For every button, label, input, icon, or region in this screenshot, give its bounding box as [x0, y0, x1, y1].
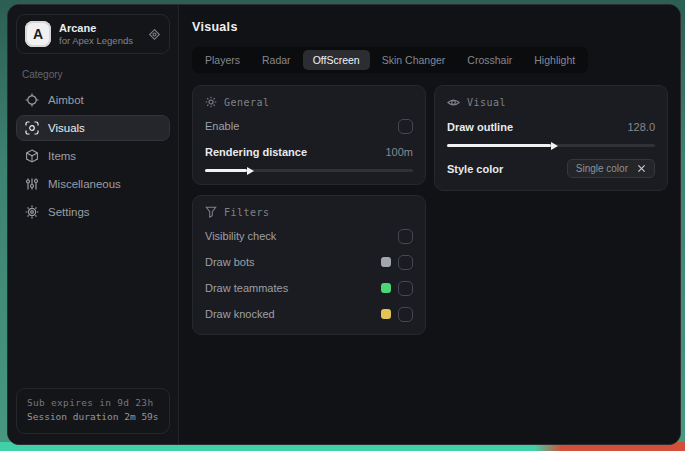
visual-card-title: Visual — [467, 97, 506, 108]
filters-card-title: Filters — [224, 207, 270, 218]
status-diamond-icon[interactable] — [148, 28, 161, 41]
visibility-check-checkbox[interactable] — [398, 229, 413, 244]
category-label: Category — [22, 69, 164, 80]
style-color-select[interactable]: Single color — [567, 159, 655, 178]
filters-card: Filters Visibility check Draw bots — [192, 195, 426, 335]
gear-icon — [25, 205, 39, 219]
draw-outline-value: 128.0 — [627, 121, 655, 133]
draw-bots-color-swatch[interactable] — [381, 257, 391, 267]
page-title: Visuals — [192, 20, 668, 34]
sidebar: A Arcane for Apex Legends Category Aimbo… — [8, 5, 179, 444]
crosshair-icon — [25, 93, 39, 107]
session-duration-text: Session duration 2m 59s — [27, 410, 159, 425]
draw-outline-label: Draw outline — [447, 121, 513, 133]
sidebar-item-miscellaneous[interactable]: Miscellaneous — [16, 171, 170, 197]
eye-icon — [447, 96, 460, 109]
draw-teammates-checkbox[interactable] — [398, 281, 413, 296]
app-name: Arcane — [59, 22, 140, 35]
cube-icon — [25, 149, 39, 163]
sidebar-item-label: Settings — [48, 206, 90, 218]
clear-style-color-icon[interactable] — [637, 164, 646, 173]
draw-outline-slider-fill[interactable] — [447, 144, 551, 147]
tab-players[interactable]: Players — [195, 50, 250, 70]
sub-expires-text: Sub expires in 9d 23h — [27, 396, 159, 411]
main-panel: Visuals Players Radar OffScreen Skin Cha… — [179, 5, 681, 444]
enable-checkbox[interactable] — [398, 119, 413, 134]
rendering-distance-value: 100m — [385, 146, 413, 158]
funnel-icon — [205, 206, 217, 218]
sidebar-item-label: Miscellaneous — [48, 178, 121, 190]
visibility-check-label: Visibility check — [205, 230, 276, 242]
sidebar-item-label: Aimbot — [48, 94, 84, 106]
sidebar-item-label: Items — [48, 150, 76, 162]
visual-card: Visual Draw outline 128.0 Style color Si… — [434, 85, 668, 191]
sun-gear-icon — [205, 96, 217, 108]
rendering-distance-label: Rendering distance — [205, 146, 307, 158]
draw-knocked-label: Draw knocked — [205, 308, 275, 320]
tab-skin-changer[interactable]: Skin Changer — [372, 50, 456, 70]
visuals-tabbar: Players Radar OffScreen Skin Changer Cro… — [192, 47, 588, 73]
tab-crosshair[interactable]: Crosshair — [457, 50, 522, 70]
app-tagline: for Apex Legends — [59, 35, 140, 46]
style-color-label: Style color — [447, 163, 503, 175]
draw-knocked-checkbox[interactable] — [398, 307, 413, 322]
draw-outline-slider[interactable] — [447, 144, 655, 147]
draw-bots-checkbox[interactable] — [398, 255, 413, 270]
scan-eye-icon — [25, 121, 39, 135]
general-card-title: General — [224, 97, 270, 108]
draw-bots-label: Draw bots — [205, 256, 255, 268]
subscription-card: Sub expires in 9d 23h Session duration 2… — [16, 388, 170, 434]
app-window: A Arcane for Apex Legends Category Aimbo… — [7, 4, 681, 445]
sidebar-item-visuals[interactable]: Visuals — [16, 115, 170, 141]
draw-teammates-label: Draw teammates — [205, 282, 288, 294]
sidebar-item-aimbot[interactable]: Aimbot — [16, 87, 170, 113]
rendering-distance-slider[interactable] — [205, 169, 413, 172]
sidebar-item-label: Visuals — [48, 122, 85, 134]
draw-knocked-color-swatch[interactable] — [381, 309, 391, 319]
sliders-icon — [25, 177, 39, 191]
sidebar-nav: Aimbot Visuals Items — [16, 87, 170, 225]
app-identity: Arcane for Apex Legends — [59, 22, 140, 47]
tab-radar[interactable]: Radar — [252, 50, 301, 70]
app-header-card: A Arcane for Apex Legends — [16, 14, 170, 54]
app-logo: A — [25, 21, 51, 47]
sidebar-item-settings[interactable]: Settings — [16, 199, 170, 225]
style-color-value: Single color — [576, 163, 628, 174]
general-card: General Enable Rendering distance 100m — [192, 85, 426, 185]
rendering-distance-slider-fill[interactable] — [205, 169, 247, 172]
sidebar-item-items[interactable]: Items — [16, 143, 170, 169]
draw-teammates-color-swatch[interactable] — [381, 283, 391, 293]
enable-label: Enable — [205, 120, 239, 132]
tab-offscreen[interactable]: OffScreen — [303, 50, 370, 70]
tab-highlight[interactable]: Highlight — [524, 50, 585, 70]
